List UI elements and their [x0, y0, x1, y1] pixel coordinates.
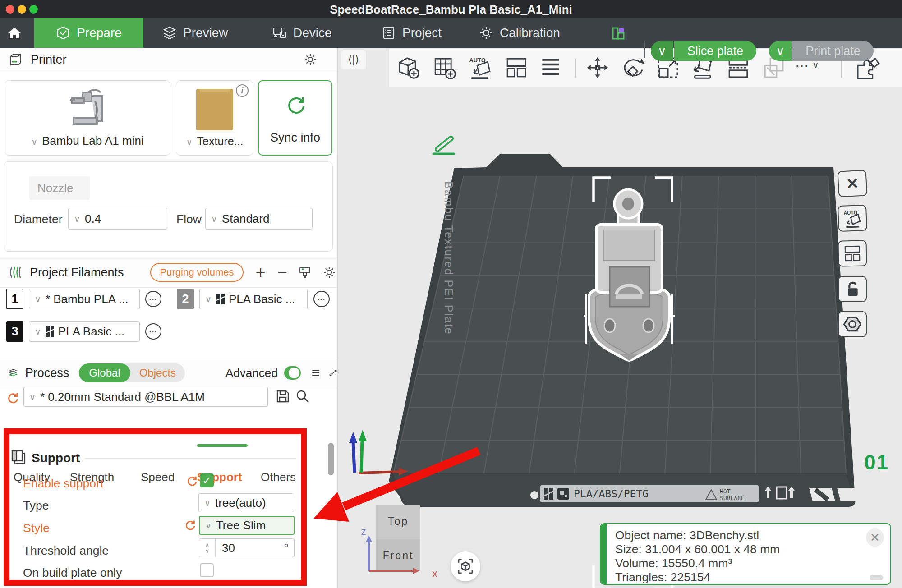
tab-prepare-label: Prepare — [77, 26, 122, 40]
filament-brand-icon — [216, 293, 225, 305]
compare-presets-icon[interactable] — [329, 366, 337, 380]
process-scope-toggle: Global Objects — [79, 363, 185, 382]
objects-list-icon[interactable] — [538, 55, 563, 80]
print-plate-dropdown[interactable]: ∨ — [769, 41, 792, 61]
remove-filament-button[interactable]: − — [277, 263, 287, 282]
filament-3-name: PLA Basic ... — [58, 325, 124, 339]
flow-dropdown[interactable]: ∨Standard — [205, 208, 313, 230]
filament-3-dropdown[interactable]: ∨PLA Basic ... — [29, 321, 140, 342]
info-close-button[interactable]: ✕ — [866, 528, 884, 547]
printer-model-card[interactable]: ∨Bambu Lab A1 mini — [5, 80, 170, 156]
scope-global-button[interactable]: Global — [79, 363, 130, 382]
nozzle-tab: Nozzle — [29, 176, 90, 200]
filament-1-name: * Bambu PLA ... — [46, 292, 129, 306]
reset-profile-icon[interactable] — [6, 391, 20, 405]
object-size-text: Size: 31.004 x 60.001 x 48 mm — [615, 542, 780, 556]
sync-info-button[interactable]: Sync info — [258, 80, 332, 156]
filament-3-menu-button[interactable]: ··· — [145, 323, 161, 340]
add-model-icon[interactable] — [396, 55, 421, 80]
slice-plate-label: Slice plate — [687, 44, 744, 58]
tab-calibration[interactable]: Calibration — [479, 18, 560, 48]
plate-settings-button[interactable] — [838, 311, 867, 337]
auto-orient-icon[interactable]: AUTO — [468, 55, 493, 80]
filament-2-badge: 2 — [177, 289, 194, 309]
tab-project-label: Project — [402, 26, 442, 40]
save-preset-icon[interactable] — [275, 389, 290, 404]
tab-project[interactable]: Project — [382, 18, 442, 48]
nav-divider — [644, 41, 645, 58]
print-plate-label: Print plate — [805, 44, 861, 58]
tab-device[interactable]: Device — [272, 18, 332, 48]
tab-prepare[interactable]: Prepare — [34, 18, 143, 48]
arrange-icon[interactable] — [504, 55, 529, 80]
lock-plate-button[interactable] — [838, 276, 867, 302]
nozzle-panel: Nozzle Diameter ∨0.4 Flow ∨Standard — [4, 161, 333, 252]
printer-model-value[interactable]: ∨Bambu Lab A1 mini — [5, 134, 170, 148]
plate-type-card[interactable]: i ∨Texture... — [176, 80, 253, 156]
add-plate-icon[interactable] — [432, 55, 457, 80]
scope-objects-button[interactable]: Objects — [130, 367, 185, 379]
process-profile-dropdown[interactable]: ∨* 0.20mm Standard @BBL A1M — [23, 387, 268, 407]
viewport-3d[interactable] — [338, 47, 902, 588]
sync-info-label: Sync info — [259, 131, 331, 145]
filament-painter-icon[interactable] — [298, 265, 313, 280]
parameter-list-icon[interactable] — [312, 367, 320, 379]
add-filament-button[interactable]: + — [255, 263, 265, 282]
home-button[interactable] — [0, 18, 29, 48]
find-model-button[interactable] — [451, 551, 480, 581]
diameter-dropdown[interactable]: ∨0.4 — [68, 208, 167, 230]
filament-1-dropdown[interactable]: ∨* Bambu PLA ... — [29, 289, 140, 309]
arrange-icon — [843, 244, 862, 263]
filament-1-menu-button[interactable]: ··· — [145, 291, 161, 307]
search-setting-icon[interactable] — [295, 389, 310, 404]
plate-info-icon[interactable]: i — [236, 84, 249, 97]
purging-volumes-label: Purging volumes — [160, 266, 234, 278]
auto-orient-icon: AUTO — [842, 208, 863, 229]
info-panel-accent — [601, 524, 607, 584]
plate-layout-icon[interactable] — [612, 27, 625, 40]
rotate-icon[interactable] — [620, 55, 645, 80]
filament-2-name: PLA Basic ... — [229, 292, 295, 306]
plate-image — [196, 89, 233, 130]
flow-value: Standard — [222, 212, 270, 226]
sidebar-scrollbar[interactable] — [328, 443, 334, 475]
slice-plate-dropdown[interactable]: ∨ — [651, 41, 673, 61]
toolbar-divider — [575, 59, 576, 78]
prepare-icon — [56, 26, 70, 40]
tab-preview[interactable]: Preview — [162, 18, 228, 48]
printer-settings-gear-icon[interactable] — [304, 53, 317, 66]
tab-calibration-label: Calibration — [500, 26, 560, 40]
move-icon[interactable] — [585, 55, 610, 80]
toolbar-divider — [841, 59, 842, 78]
process-icon — [8, 365, 18, 381]
filament-2-menu-button[interactable]: ··· — [313, 291, 330, 307]
object-volume-text: Volume: 15550.4 mm³ — [615, 556, 732, 570]
object-triangles-text: Triangles: 225154 — [615, 570, 710, 584]
advanced-toggle[interactable] — [284, 366, 301, 380]
info-collapse-button[interactable] — [870, 575, 883, 580]
delete-all-icon: ✕ — [846, 174, 860, 193]
auto-orient-plate-button[interactable]: AUTO — [838, 205, 867, 232]
filament-brand-icon — [46, 326, 55, 337]
arrange-plate-button[interactable] — [838, 240, 867, 266]
slice-plate-button[interactable]: Slice plate — [674, 41, 756, 61]
printer-section-title: Printer — [31, 53, 67, 67]
filament-2-dropdown[interactable]: ∨PLA Basic ... — [199, 289, 308, 309]
object-name-text: Object name: 3DBenchy.stl — [615, 528, 759, 542]
delete-all-button[interactable]: ✕ — [838, 170, 868, 197]
annotation-rectangle — [4, 428, 307, 586]
process-section-title: Process — [25, 366, 69, 380]
printer-icon — [9, 53, 23, 66]
print-plate-button[interactable]: Print plate — [792, 41, 874, 61]
sidebar-collapse-handle[interactable]: ⟨|⟩ — [341, 50, 366, 69]
toggle-knob — [289, 368, 299, 378]
home-icon — [7, 26, 22, 40]
plate-type-value[interactable]: ∨Texture... — [176, 135, 253, 148]
filaments-section-title: Project Filaments — [30, 266, 124, 280]
purging-volumes-button[interactable]: Purging volumes — [150, 263, 244, 282]
filament-settings-gear-icon[interactable] — [322, 266, 336, 279]
unlock-icon — [843, 280, 861, 298]
plate-type-label: Texture... — [197, 135, 244, 147]
object-info-panel: Object name: 3DBenchy.stl Size: 31.004 x… — [600, 523, 891, 585]
advanced-label: Advanced — [226, 366, 278, 380]
